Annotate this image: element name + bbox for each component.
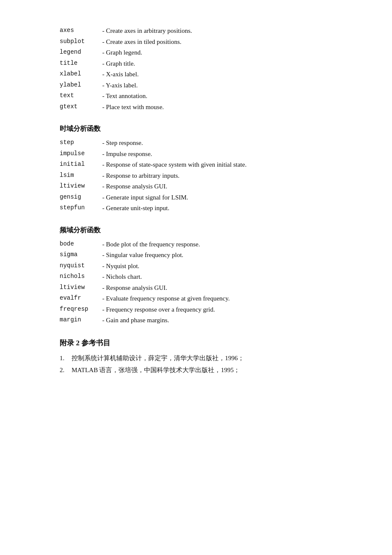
cmd-desc-freqresp: - Frequency response over a frequency gr… bbox=[102, 304, 215, 315]
freq-domain-title: 频域分析函数 bbox=[60, 226, 332, 235]
cmd-row-xlabel: xlabel - X-axis label. bbox=[60, 69, 332, 80]
cmd-row-ltiview-freq: ltiview - Response analysis GUI. bbox=[60, 283, 332, 294]
cmd-row-title: title - Graph title. bbox=[60, 58, 332, 69]
cmd-desc-text: - Text annotation. bbox=[102, 91, 147, 102]
time-domain-commands: step - Step response. impulse - Impulse … bbox=[60, 138, 332, 214]
cmd-desc-impulse: - Impulse response. bbox=[102, 149, 152, 160]
cmd-row-nichols: nichols - Nichols chart. bbox=[60, 272, 332, 283]
appendix-list: 1. 控制系统计算机辅助设计，薛定宇，清华大学出版社，1996； 2. MATL… bbox=[60, 352, 332, 376]
cmd-name-gensig: gensig bbox=[60, 192, 102, 203]
cmd-name-stepfun: stepfun bbox=[60, 203, 102, 214]
cmd-name-axes: axes bbox=[60, 26, 102, 37]
cmd-row-lsim: lsim - Response to arbitrary inputs. bbox=[60, 171, 332, 182]
cmd-name-evalfr: evalfr bbox=[60, 293, 102, 304]
cmd-name-margin: margin bbox=[60, 315, 102, 326]
cmd-row-sigma: sigma - Singular value frequency plot. bbox=[60, 250, 332, 261]
cmd-row-stepfun: stepfun - Generate unit-step input. bbox=[60, 203, 332, 214]
cmd-desc-legend: - Graph legend. bbox=[102, 47, 142, 58]
cmd-desc-ltiview-freq: - Response analysis GUI. bbox=[102, 283, 167, 294]
list-item-2: 2. MATLAB 语言，张培强，中国科学技术大学出版社，1995； bbox=[60, 364, 332, 376]
cmd-row-subplot: subplot - Create axes in tiled positions… bbox=[60, 37, 332, 48]
cmd-desc-margin: - Gain and phase margins. bbox=[102, 315, 169, 326]
cmd-desc-lsim: - Response to arbitrary inputs. bbox=[102, 171, 179, 182]
cmd-row-initial: initial - Response of state-space system… bbox=[60, 159, 332, 171]
cmd-desc-sigma: - Singular value frequency plot. bbox=[102, 250, 183, 261]
cmd-desc-ylabel: - Y-axis label. bbox=[102, 80, 138, 91]
cmd-name-ltiview-freq: ltiview bbox=[60, 283, 102, 294]
list-num-2: 2. bbox=[60, 364, 68, 376]
cmd-desc-nichols: - Nichols chart. bbox=[102, 272, 142, 283]
cmd-row-gtext: gtext - Place text with mouse. bbox=[60, 102, 332, 113]
cmd-desc-title: - Graph title. bbox=[102, 58, 135, 69]
cmd-name-subplot: subplot bbox=[60, 37, 102, 48]
cmd-desc-gensig: - Generate input signal for LSIM. bbox=[102, 192, 188, 203]
cmd-name-lsim: lsim bbox=[60, 171, 102, 182]
appendix-title: 附录 2 参考书目 bbox=[60, 338, 332, 348]
cmd-name-legend: legend bbox=[60, 47, 102, 58]
cmd-row-margin: margin - Gain and phase margins. bbox=[60, 315, 332, 326]
cmd-name-nyquist: nyquist bbox=[60, 261, 102, 272]
cmd-name-ylabel: ylabel bbox=[60, 80, 102, 91]
graphing-commands-section: axes - Create axes in arbitrary position… bbox=[60, 26, 332, 113]
cmd-desc-subplot: - Create axes in tiled positions. bbox=[102, 37, 182, 48]
cmd-name-step: step bbox=[60, 138, 102, 149]
cmd-row-axes: axes - Create axes in arbitrary position… bbox=[60, 26, 332, 37]
cmd-name-freqresp: freqresp bbox=[60, 304, 102, 315]
appendix-section: 附录 2 参考书目 1. 控制系统计算机辅助设计，薛定宇，清华大学出版社，199… bbox=[60, 338, 332, 376]
cmd-row-nyquist: nyquist - Nyquist plot. bbox=[60, 261, 332, 272]
cmd-name-ltiview-time: ltiview bbox=[60, 181, 102, 192]
cmd-row-impulse: impulse - Impulse response. bbox=[60, 149, 332, 160]
cmd-name-xlabel: xlabel bbox=[60, 69, 102, 80]
cmd-row-ltiview-time: ltiview - Response analysis GUI. bbox=[60, 181, 332, 192]
cmd-row-step: step - Step response. bbox=[60, 138, 332, 149]
cmd-desc-nyquist: - Nyquist plot. bbox=[102, 261, 139, 272]
cmd-name-text: text bbox=[60, 91, 102, 102]
cmd-row-evalfr: evalfr - Evaluate frequency response at … bbox=[60, 293, 332, 304]
list-num-1: 1. bbox=[60, 352, 68, 364]
time-domain-section: 时域分析函数 step - Step response. impulse - I… bbox=[60, 124, 332, 214]
cmd-row-ylabel: ylabel - Y-axis label. bbox=[60, 80, 332, 91]
cmd-desc-step: - Step response. bbox=[102, 138, 143, 149]
freq-domain-section: 频域分析函数 bode - Bode plot of the frequency… bbox=[60, 226, 332, 326]
cmd-name-initial: initial bbox=[60, 159, 102, 171]
cmd-desc-bode: - Bode plot of the frequency response. bbox=[102, 239, 200, 250]
cmd-desc-gtext: - Place text with mouse. bbox=[102, 102, 164, 113]
cmd-name-sigma: sigma bbox=[60, 250, 102, 261]
cmd-desc-xlabel: - X-axis label. bbox=[102, 69, 138, 80]
cmd-row-text: text - Text annotation. bbox=[60, 91, 332, 102]
cmd-row-bode: bode - Bode plot of the frequency respon… bbox=[60, 239, 332, 250]
cmd-desc-axes: - Create axes in arbitrary positions. bbox=[102, 26, 192, 37]
cmd-name-impulse: impulse bbox=[60, 149, 102, 160]
cmd-name-nichols: nichols bbox=[60, 272, 102, 283]
cmd-desc-stepfun: - Generate unit-step input. bbox=[102, 203, 169, 214]
cmd-desc-evalfr: - Evaluate frequency response at given f… bbox=[102, 293, 230, 304]
list-item-1-text: 控制系统计算机辅助设计，薛定宇，清华大学出版社，1996； bbox=[72, 352, 244, 364]
time-domain-title: 时域分析函数 bbox=[60, 124, 332, 133]
cmd-desc-initial: - Response of state-space system with gi… bbox=[102, 159, 247, 171]
cmd-name-gtext: gtext bbox=[60, 102, 102, 113]
freq-domain-commands: bode - Bode plot of the frequency respon… bbox=[60, 239, 332, 326]
cmd-name-bode: bode bbox=[60, 239, 102, 250]
list-item-1: 1. 控制系统计算机辅助设计，薛定宇，清华大学出版社，1996； bbox=[60, 352, 332, 364]
cmd-row-freqresp: freqresp - Frequency response over a fre… bbox=[60, 304, 332, 315]
cmd-desc-ltiview-time: - Response analysis GUI. bbox=[102, 181, 167, 192]
cmd-row-gensig: gensig - Generate input signal for LSIM. bbox=[60, 192, 332, 203]
cmd-name-title: title bbox=[60, 58, 102, 69]
list-item-2-text: MATLAB 语言，张培强，中国科学技术大学出版社，1995； bbox=[72, 364, 240, 376]
cmd-row-legend: legend - Graph legend. bbox=[60, 47, 332, 58]
